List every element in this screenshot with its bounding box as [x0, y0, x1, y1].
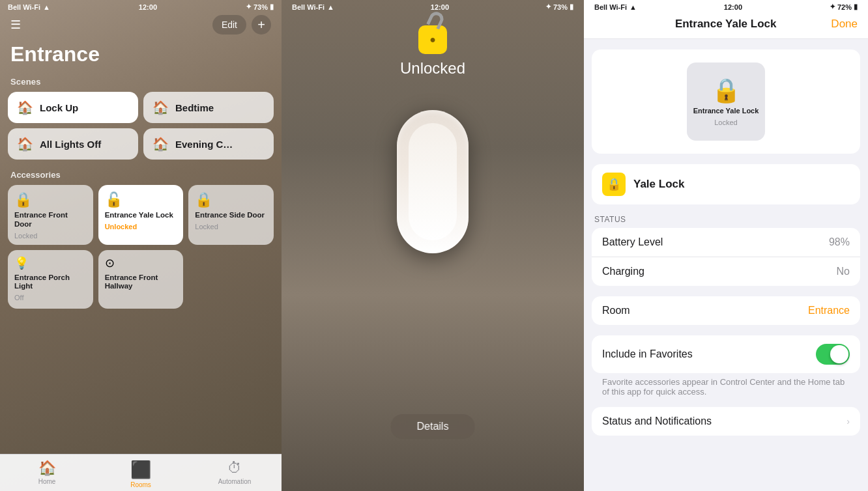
rooms-tab-icon: ⬛: [130, 460, 151, 480]
lock-carrier: Bell Wi-Fi ▲: [292, 3, 334, 11]
lock-carrier-text: Bell Wi-Fi: [292, 3, 325, 11]
lock-title-area: ● Unlocked: [282, 12, 584, 84]
acc-frontdoor[interactable]: 🔒 Entrance Front Door Locked: [8, 185, 93, 245]
charging-value: No: [837, 266, 850, 277]
lock-wifi-icon: ▲: [327, 3, 334, 11]
frontdoor-name: Entrance Front Door: [14, 211, 87, 229]
favorites-note: Favorite accessories appear in Control C…: [592, 373, 860, 397]
charging-row: Charging No: [592, 257, 860, 286]
tab-automation[interactable]: ⏱ Automation: [188, 460, 282, 488]
battery-row: Battery Level 98%: [592, 228, 860, 257]
device-thumbnail[interactable]: 🔒 Entrance Yale Lock Locked: [687, 63, 765, 141]
yale-lock-name: Yale Lock: [633, 178, 684, 191]
details-button[interactable]: Details: [391, 414, 475, 439]
nav-right: Edit +: [212, 15, 271, 35]
settings-battery-icon: ▮: [854, 3, 858, 11]
acc-sidedoor[interactable]: 🔒 Entrance Side Door Locked: [188, 185, 274, 245]
settings-bt-icon: ✦: [830, 3, 835, 11]
scene-bedtime[interactable]: 🏠 Bedtime: [143, 92, 274, 123]
charging-label: Charging: [602, 266, 644, 277]
lockup-label: Lock Up: [40, 102, 78, 113]
rooms-tab-label: Rooms: [130, 481, 151, 488]
settings-carrier-text: Bell Wi-Fi: [594, 3, 627, 11]
device-thumb-icon: 🔒: [712, 77, 741, 104]
page-title: Entrance: [0, 40, 282, 74]
device-thumb-status: Locked: [714, 119, 737, 126]
acc-yalelock[interactable]: 🔓 Entrance Yale Lock Unlocked: [98, 185, 184, 245]
yalelock-name: Entrance Yale Lock: [105, 211, 177, 220]
favorites-toggle[interactable]: [816, 344, 850, 365]
room-row[interactable]: Room Entrance: [592, 296, 860, 325]
lock-status-bar: Bell Wi-Fi ▲ 12:00 ✦ 73% ▮: [282, 0, 584, 12]
notifications-card: Status and Notifications ›: [592, 407, 860, 436]
bedtime-label: Bedtime: [175, 102, 214, 113]
scene-lockup[interactable]: 🏠 Lock Up: [8, 92, 138, 123]
evening-label: Evening C…: [175, 139, 233, 150]
acc-porchlight[interactable]: 💡 Entrance Porch Light Off: [8, 250, 93, 309]
menu-icon[interactable]: ☰: [10, 19, 21, 31]
lock-battery: 73%: [553, 3, 568, 11]
room-value[interactable]: Entrance: [808, 305, 850, 316]
settings-battery: 72%: [837, 3, 852, 11]
sidedoor-icon: 🔒: [195, 191, 267, 208]
settings-nav-title: Entrance Yale Lock: [675, 18, 777, 31]
lock-body-inner: [409, 123, 457, 240]
device-card: 🔒 Entrance Yale Lock Locked: [592, 49, 860, 154]
battery-text: 73%: [253, 3, 268, 11]
accessories-grid: 🔒 Entrance Front Door Locked 🔓 Entrance …: [0, 185, 282, 309]
porchlight-status: Off: [14, 294, 87, 302]
yalelock-status: Unlocked: [105, 223, 177, 231]
lock-state-text: Unlocked: [282, 59, 584, 77]
toggle-knob: [830, 345, 848, 363]
favorites-section: Include in Favorites Favorite accessorie…: [592, 335, 860, 397]
settings-time: 12:00: [724, 3, 742, 11]
add-button[interactable]: +: [252, 15, 271, 35]
padlock-keyhole: ●: [429, 34, 436, 46]
tab-home[interactable]: 🏠 Home: [0, 460, 94, 488]
scene-evening[interactable]: 🏠 Evening C…: [143, 128, 274, 160]
lock-time: 12:00: [431, 3, 449, 11]
hallway-icon: ⊙: [105, 257, 177, 271]
frontdoor-icon: 🔒: [14, 191, 87, 208]
notifications-row[interactable]: Status and Notifications ›: [592, 407, 860, 436]
lock-icon-area: ●: [282, 25, 584, 59]
yale-lock-row: 🔒 Yale Lock: [592, 164, 860, 204]
home-panel: Bell Wi-Fi ▲ 12:00 ✦ 73% ▮ ☰ Edit + Entr…: [0, 0, 282, 491]
wifi-icon: ▲: [43, 3, 50, 11]
favorites-row: Include in Favorites: [592, 335, 860, 373]
lock-body[interactable]: [397, 110, 469, 253]
sidedoor-name: Entrance Side Door: [195, 211, 267, 220]
scenes-grid: 🏠 Lock Up 🏠 Bedtime 🏠 All Lights Off 🏠 E…: [0, 92, 282, 165]
yale-lock-badge: 🔒: [602, 173, 626, 196]
alllights-icon: 🏠: [17, 136, 33, 152]
carrier-text: Bell Wi-Fi: [8, 3, 40, 11]
lockup-icon: 🏠: [17, 100, 33, 115]
room-label: Room: [602, 305, 630, 316]
edit-button[interactable]: Edit: [212, 15, 246, 35]
settings-nav: Entrance Yale Lock Done: [584, 12, 868, 39]
sidedoor-status: Locked: [195, 223, 267, 231]
done-button[interactable]: Done: [831, 18, 858, 31]
notifications-label: Status and Notifications: [602, 415, 712, 427]
scene-alllights[interactable]: 🏠 All Lights Off: [8, 128, 138, 160]
settings-carrier: Bell Wi-Fi ▲: [594, 3, 637, 11]
tab-rooms[interactable]: ⬛ Rooms: [94, 460, 188, 488]
home-tab-label: Home: [38, 478, 56, 485]
room-card: Room Entrance: [592, 296, 860, 325]
battery-icon: ▮: [270, 3, 274, 11]
room-section: Room Entrance: [592, 296, 860, 325]
padlock-icon-container: ●: [418, 25, 447, 54]
yale-lock-badge-icon: 🔒: [607, 177, 621, 191]
frontdoor-status: Locked: [14, 232, 87, 240]
time-text: 12:00: [139, 3, 157, 11]
status-bar-home: Bell Wi-Fi ▲ 12:00 ✦ 73% ▮: [0, 0, 282, 12]
settings-status-bar: Bell Wi-Fi ▲ 12:00 ✦ 72% ▮: [584, 0, 868, 12]
home-tab-icon: 🏠: [38, 460, 56, 477]
status-bar-left: Bell Wi-Fi ▲: [8, 3, 50, 11]
battery-value: 98%: [829, 236, 850, 248]
accessories-label: Accessories: [0, 165, 282, 185]
acc-hallway[interactable]: ⊙ Entrance Front Hallway: [98, 250, 184, 309]
tab-bar: 🏠 Home ⬛ Rooms ⏱ Automation: [0, 454, 282, 491]
padlock-shackle-open: [426, 10, 446, 30]
lock-battery-area: ✦ 73% ▮: [545, 3, 573, 11]
